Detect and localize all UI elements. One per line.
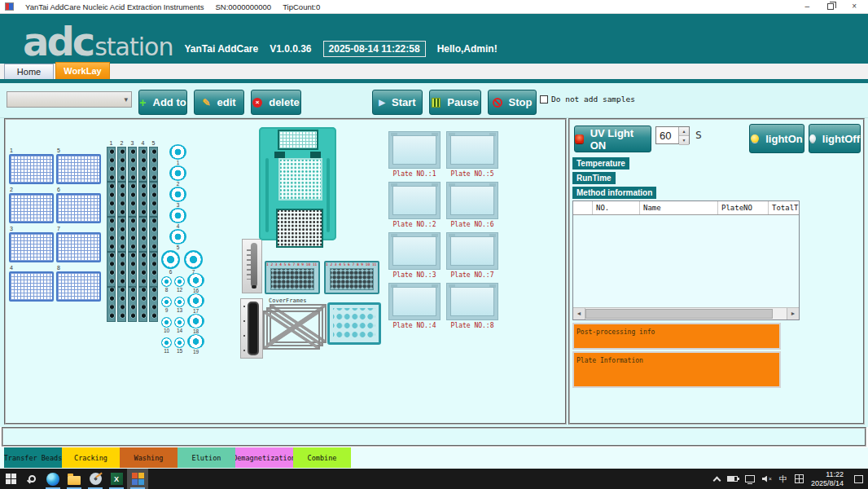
close-button[interactable]: × bbox=[852, 2, 857, 11]
pause-button[interactable]: Pause bbox=[429, 90, 481, 115]
plate-slot-box[interactable] bbox=[446, 182, 498, 219]
light-on-button[interactable]: lightOn bbox=[749, 124, 804, 153]
runtime-badge[interactable]: RunTime bbox=[572, 172, 616, 184]
position-circle[interactable] bbox=[169, 229, 186, 244]
sample-plate[interactable] bbox=[56, 193, 101, 223]
position-circle[interactable] bbox=[174, 337, 185, 348]
sample-plate[interactable] bbox=[9, 271, 54, 302]
position-circle[interactable] bbox=[174, 317, 185, 328]
position-circle[interactable] bbox=[187, 273, 204, 288]
well-plate-1[interactable]: 1 2 3 4 5 6 7 8 9 10 11 12 bbox=[265, 261, 320, 294]
uv-light-button[interactable]: UV Light ON bbox=[574, 126, 651, 152]
magnet-slot-module[interactable] bbox=[240, 298, 263, 359]
position-circle[interactable] bbox=[161, 317, 172, 328]
position-circle[interactable] bbox=[174, 276, 185, 287]
position-circle[interactable] bbox=[161, 337, 172, 348]
tray-chevron-up-icon[interactable] bbox=[713, 476, 721, 484]
taskbar-file-explorer[interactable] bbox=[64, 469, 85, 489]
plate-slot-box[interactable] bbox=[446, 283, 498, 320]
maximize-button[interactable] bbox=[827, 3, 834, 10]
checkbox-no-samples[interactable]: Do not add samples bbox=[540, 95, 635, 104]
plate-slot[interactable]: Plate NO.:3 bbox=[388, 232, 446, 283]
uv-seconds-spinner[interactable]: 60 ▲ ▼ bbox=[655, 126, 690, 144]
temperature-badge[interactable]: Temperature bbox=[572, 157, 629, 170]
table-body[interactable] bbox=[573, 215, 799, 307]
tab-home[interactable]: Home bbox=[4, 64, 54, 79]
tab-worklay[interactable]: WorkLay bbox=[55, 62, 110, 79]
plate-slot-box[interactable] bbox=[446, 131, 498, 169]
position-circle[interactable] bbox=[184, 250, 203, 269]
notification-center-icon[interactable] bbox=[854, 475, 863, 483]
tip-rack[interactable] bbox=[107, 147, 116, 322]
tip-rack[interactable] bbox=[117, 147, 126, 322]
instrument-graphic[interactable] bbox=[259, 127, 336, 240]
sample-plate[interactable] bbox=[56, 154, 101, 184]
position-circle[interactable] bbox=[169, 165, 186, 181]
scrollbar-thumb[interactable] bbox=[585, 309, 773, 319]
well-plate-column-numbers: 1 2 3 4 5 6 7 8 9 10 11 12 bbox=[266, 262, 318, 267]
sample-plate[interactable] bbox=[9, 193, 54, 223]
start-button[interactable]: ▶ Start bbox=[372, 90, 423, 115]
network-icon[interactable] bbox=[745, 475, 755, 482]
search-button[interactable] bbox=[21, 469, 42, 489]
plate-slot[interactable]: Plate NO.:6 bbox=[446, 182, 504, 232]
delete-button[interactable]: × delete bbox=[251, 90, 301, 115]
position-circle[interactable] bbox=[161, 297, 172, 307]
add-button[interactable]: + Add to bbox=[138, 90, 187, 115]
position-circle[interactable] bbox=[187, 314, 204, 328]
plate-slot[interactable]: Plate NO.:7 bbox=[446, 232, 504, 283]
tip-rack[interactable] bbox=[138, 147, 147, 322]
battery-icon[interactable] bbox=[727, 476, 738, 482]
plate-slot[interactable]: Plate NO.:1 bbox=[388, 131, 446, 182]
position-circle[interactable] bbox=[174, 297, 185, 307]
plate-slot-box[interactable] bbox=[388, 131, 441, 169]
plate-slot-box[interactable] bbox=[388, 283, 441, 320]
plate-slot[interactable]: Plate NO.:5 bbox=[446, 131, 504, 182]
tip-rack[interactable] bbox=[149, 147, 158, 322]
plate-slot-box[interactable] bbox=[388, 232, 441, 270]
well-plate-2[interactable]: 1 2 3 4 5 6 7 8 9 10 11 12 bbox=[324, 261, 379, 294]
post-processing-label: Post-processing info bbox=[576, 328, 655, 336]
spinner-down-icon[interactable]: ▼ bbox=[679, 136, 689, 145]
plate-slot[interactable]: Plate NO.:2 bbox=[388, 182, 446, 232]
sample-plate[interactable] bbox=[9, 154, 54, 184]
deep-well-plate[interactable] bbox=[327, 302, 381, 345]
edit-button[interactable]: ✎ edit bbox=[194, 90, 244, 115]
taskbar-adc-app[interactable] bbox=[127, 469, 148, 489]
position-circle[interactable] bbox=[187, 334, 204, 349]
position-circle[interactable] bbox=[187, 293, 204, 308]
plate-slot-box[interactable] bbox=[446, 232, 498, 270]
cover-frames-stack[interactable] bbox=[263, 304, 328, 351]
position-circle[interactable] bbox=[169, 208, 186, 223]
sample-plate[interactable] bbox=[56, 232, 101, 262]
sample-plate[interactable] bbox=[9, 232, 54, 262]
checkbox-box[interactable] bbox=[540, 95, 548, 104]
ime-grid-icon[interactable] bbox=[795, 474, 804, 483]
plate-slot-box[interactable] bbox=[388, 182, 441, 219]
position-circle[interactable] bbox=[161, 276, 172, 287]
clock[interactable]: 11:22 2025/8/14 bbox=[811, 470, 844, 488]
minimize-button[interactable]: – bbox=[805, 2, 810, 11]
position-circle[interactable] bbox=[169, 187, 186, 202]
position-circle[interactable] bbox=[169, 144, 186, 160]
taskbar-edge[interactable] bbox=[42, 469, 64, 489]
light-off-button[interactable]: lightOff bbox=[809, 124, 861, 153]
volume-muted-icon[interactable]: × bbox=[762, 475, 772, 483]
taskbar-app-cd[interactable] bbox=[85, 469, 106, 489]
uv-seconds-value[interactable]: 60 bbox=[656, 127, 678, 143]
tip-rack[interactable] bbox=[128, 147, 137, 322]
scroll-left-icon[interactable]: ◄ bbox=[573, 308, 585, 319]
scroll-right-icon[interactable]: ► bbox=[787, 308, 799, 319]
method-dropdown[interactable]: ▾ bbox=[7, 91, 132, 108]
magnet-comb[interactable] bbox=[242, 239, 262, 293]
stop-button[interactable]: Stop bbox=[488, 90, 537, 115]
position-circle[interactable] bbox=[161, 250, 180, 269]
taskbar-excel[interactable]: X bbox=[106, 469, 127, 489]
spinner-up-icon[interactable]: ▲ bbox=[679, 127, 689, 136]
plate-slot[interactable]: Plate NO.:4 bbox=[388, 283, 446, 333]
start-menu-button[interactable] bbox=[0, 469, 21, 489]
plate-slot[interactable]: Plate NO.:8 bbox=[446, 283, 504, 333]
sample-plate[interactable] bbox=[56, 271, 101, 302]
ime-language-indicator[interactable]: 中 bbox=[779, 474, 787, 484]
table-hscrollbar[interactable]: ◄ ► bbox=[573, 307, 799, 319]
